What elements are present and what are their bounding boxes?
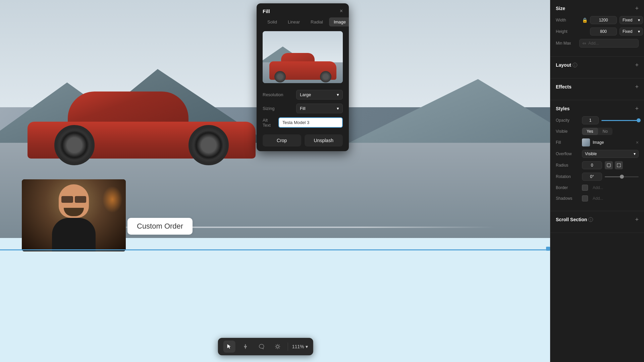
- sizing-dropdown[interactable]: Fill ▾: [296, 104, 343, 113]
- overflow-value: Visible: [585, 152, 597, 156]
- shadows-placeholder: Add...: [590, 195, 639, 202]
- border-label: Border: [556, 185, 579, 190]
- corner-handle[interactable]: [546, 247, 550, 251]
- resolution-value: Large: [300, 92, 311, 97]
- toolbar-divider: [288, 343, 288, 351]
- styles-add-button[interactable]: +: [635, 106, 639, 112]
- close-button[interactable]: ×: [340, 8, 343, 14]
- tab-radial[interactable]: Radial: [306, 17, 328, 26]
- overflow-select[interactable]: Visible ▾: [582, 150, 639, 158]
- scroll-add-button[interactable]: +: [635, 217, 639, 223]
- unsplash-button[interactable]: Unsplash: [305, 134, 343, 146]
- fill-item[interactable]: Image ×: [582, 138, 639, 146]
- brightness-tool-button[interactable]: [272, 341, 284, 353]
- visible-no-option[interactable]: No: [598, 128, 612, 135]
- rotation-slider[interactable]: [605, 176, 639, 177]
- radius-icon-row: [605, 161, 623, 169]
- rotation-label: Rotation: [556, 174, 579, 179]
- fill-type-tabs: Solid Linear Radial Image: [257, 17, 349, 26]
- width-input[interactable]: [590, 16, 617, 24]
- modal-header: Fill ×: [257, 3, 349, 17]
- opacity-label: Opacity: [556, 118, 579, 123]
- size-section: Size + Width 🔒 Fixed ▾ Height 🔒 Fixed ▾ …: [550, 0, 644, 57]
- fill-label: Fill: [556, 140, 579, 145]
- tab-linear[interactable]: Linear: [283, 17, 305, 26]
- select-tool-button[interactable]: [223, 341, 235, 353]
- width-mode-select[interactable]: Fixed ▾: [620, 16, 643, 24]
- rotation-slider-thumb[interactable]: [620, 175, 624, 179]
- size-add-button[interactable]: +: [635, 5, 639, 11]
- layout-section-title: Layout: [556, 62, 571, 68]
- comment-tool-button[interactable]: [256, 341, 268, 353]
- fill-thumb-image: [582, 138, 590, 146]
- height-lock-icon: 🔒: [582, 29, 587, 34]
- shadows-color-swatch[interactable]: [582, 195, 588, 201]
- width-label: Width: [556, 18, 579, 22]
- layout-add-button[interactable]: +: [635, 62, 639, 68]
- car-wheel-front: [189, 125, 229, 165]
- chevron-down-icon: ▾: [337, 92, 339, 97]
- opacity-input[interactable]: [582, 116, 599, 124]
- svg-line-5: [276, 345, 276, 345]
- car-wheel-back: [54, 125, 95, 165]
- effects-add-button[interactable]: +: [635, 84, 639, 90]
- visible-yes-option[interactable]: Yes: [582, 128, 598, 135]
- size-section-title: Size: [556, 6, 565, 11]
- person-card: [22, 179, 126, 251]
- mountain-3: [349, 76, 550, 143]
- zoom-value: 111%: [292, 344, 304, 349]
- lock-icon: 🔒: [582, 17, 587, 23]
- resolution-row: Resolution Large ▾: [257, 88, 349, 102]
- opacity-slider-thumb[interactable]: [637, 118, 641, 122]
- effects-section-header: Effects +: [556, 84, 639, 90]
- border-placeholder: Add...: [590, 184, 639, 191]
- radius-individual-icon-button[interactable]: [615, 161, 623, 169]
- scroll-info-icon: i: [588, 217, 593, 222]
- height-mode-value: Fixed: [623, 29, 632, 34]
- height-mode-select[interactable]: Fixed ▾: [620, 27, 643, 36]
- zoom-control[interactable]: 111% ▾: [292, 344, 308, 349]
- layout-info-icon: i: [573, 63, 577, 67]
- opacity-slider[interactable]: [601, 120, 639, 121]
- fill-remove-button[interactable]: ×: [636, 140, 639, 145]
- pan-tool-button[interactable]: [239, 341, 252, 353]
- alt-text-label: Alt Text: [263, 118, 275, 128]
- height-input[interactable]: [590, 27, 617, 36]
- zoom-chevron-icon: ▾: [306, 344, 308, 349]
- overflow-chevron-icon: ▾: [634, 152, 636, 156]
- tab-image[interactable]: Image: [329, 17, 349, 26]
- car-bottom: [28, 122, 256, 159]
- rotation-slider-track: [605, 176, 639, 177]
- person-photo: [22, 179, 126, 251]
- preview-car: [269, 53, 336, 80]
- radius-row: Radius: [556, 161, 639, 169]
- border-control: Add...: [582, 184, 639, 191]
- resolution-dropdown[interactable]: Large ▾: [296, 90, 343, 100]
- scroll-section-header: Scroll Section i +: [556, 217, 639, 223]
- rotation-input[interactable]: [582, 173, 602, 181]
- styles-section-header: Styles +: [556, 106, 639, 112]
- height-label: Height: [556, 29, 579, 34]
- opacity-row: Opacity: [556, 116, 639, 124]
- width-mode-value: Fixed: [623, 18, 632, 22]
- bottom-toolbar: 111% ▾: [218, 338, 313, 355]
- face-head: [59, 184, 89, 218]
- radius-corner-icon-button[interactable]: [605, 161, 613, 169]
- sizing-row: Sizing Fill ▾: [257, 102, 349, 115]
- fill-type-label: Image: [593, 140, 604, 145]
- overflow-row: Overflow Visible ▾: [556, 150, 639, 158]
- crop-button[interactable]: Crop: [263, 134, 301, 146]
- modal-footer: Crop Unsplash: [257, 130, 349, 151]
- radius-input[interactable]: [582, 161, 602, 169]
- styles-section-title: Styles: [556, 106, 570, 111]
- svg-point-0: [276, 346, 279, 348]
- sizing-value: Fill: [300, 106, 306, 111]
- tab-solid[interactable]: Solid: [263, 17, 282, 26]
- border-color-swatch[interactable]: [582, 185, 588, 191]
- custom-order-label: Custom Order: [127, 218, 193, 235]
- face-beard: [64, 208, 84, 216]
- alt-text-input[interactable]: [278, 117, 343, 128]
- svg-line-8: [276, 348, 276, 348]
- border-row: Border Add...: [556, 184, 639, 191]
- min-max-input[interactable]: ⇔ Add...: [579, 39, 639, 48]
